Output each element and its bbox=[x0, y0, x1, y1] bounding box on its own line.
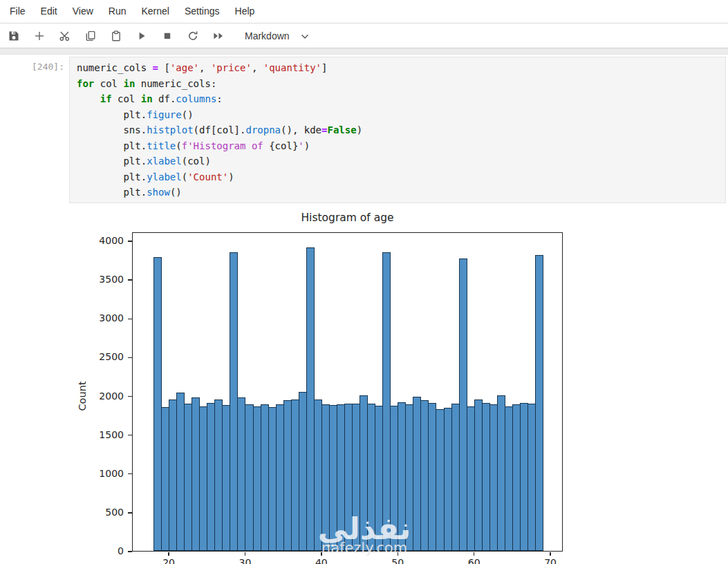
y-tick-label: 3000 bbox=[75, 312, 124, 323]
cell-type-dropdown[interactable]: Markdown bbox=[245, 30, 309, 41]
code-line: numeric_cols = ['age', 'price', 'quantit… bbox=[77, 60, 718, 76]
code-line: if col in df.columns: bbox=[77, 91, 718, 107]
y-tick-mark bbox=[128, 551, 132, 552]
code-line: plt.ylabel('Count') bbox=[77, 169, 718, 185]
floppy-save-icon bbox=[8, 30, 19, 41]
x-tick-label: 50 bbox=[386, 557, 409, 564]
y-tick-mark bbox=[128, 319, 132, 319]
y-tick-mark bbox=[128, 357, 132, 358]
y-tick-label: 500 bbox=[75, 507, 124, 518]
paste-button[interactable] bbox=[103, 26, 129, 46]
menu-run[interactable]: Run bbox=[101, 0, 134, 23]
code-line: plt.figure() bbox=[77, 107, 718, 123]
code-line: sns.histplot(df[col].dropna(), kde=False… bbox=[77, 122, 718, 138]
y-tick-label: 1000 bbox=[75, 468, 124, 479]
y-tick-mark bbox=[128, 241, 132, 241]
interrupt-kernel-button[interactable] bbox=[154, 26, 180, 46]
x-tick-mark bbox=[550, 552, 550, 556]
save-button[interactable] bbox=[1, 26, 26, 46]
toolbar-divider bbox=[0, 48, 728, 55]
run-cell-button[interactable] bbox=[129, 26, 154, 46]
menu-help[interactable]: Help bbox=[227, 0, 263, 23]
x-tick-label: 70 bbox=[539, 557, 562, 564]
execution-count: [240]: bbox=[0, 62, 64, 72]
y-tick-label: 2000 bbox=[75, 391, 124, 402]
clipboard-paste-icon bbox=[111, 30, 122, 41]
y-tick-label: 0 bbox=[75, 545, 124, 556]
play-icon bbox=[136, 30, 147, 41]
restart-arrow-icon bbox=[187, 30, 198, 41]
menu-view[interactable]: View bbox=[65, 0, 101, 23]
copy-button[interactable] bbox=[77, 26, 103, 46]
y-tick-mark bbox=[128, 473, 132, 474]
y-tick-label: 3500 bbox=[75, 274, 124, 285]
fast-forward-icon bbox=[212, 30, 225, 41]
x-tick-label: 60 bbox=[463, 557, 486, 564]
menu-settings[interactable]: Settings bbox=[177, 0, 227, 23]
plus-icon bbox=[34, 30, 45, 41]
code-line: plt.xlabel(col) bbox=[77, 153, 718, 169]
restart-kernel-button[interactable] bbox=[180, 26, 205, 46]
x-tick-mark bbox=[474, 552, 474, 556]
menu-bar: File Edit View Run Kernel Settings Help bbox=[0, 0, 728, 24]
watermark-url: nafezly.com bbox=[321, 540, 407, 556]
scissors-icon bbox=[59, 30, 71, 41]
run-all-button[interactable] bbox=[205, 26, 231, 46]
code-cell: [240]: numeric_cols = ['age', 'price', '… bbox=[0, 57, 728, 203]
histogram-bar bbox=[535, 255, 543, 551]
chevron-down-icon bbox=[301, 30, 309, 41]
y-tick-mark bbox=[128, 512, 132, 513]
copy-icon bbox=[85, 30, 96, 41]
insert-cell-button[interactable] bbox=[26, 26, 52, 46]
cut-button[interactable] bbox=[52, 26, 77, 46]
menu-edit[interactable]: Edit bbox=[33, 0, 65, 23]
y-tick-label: 4000 bbox=[75, 235, 124, 246]
menu-kernel[interactable]: Kernel bbox=[133, 0, 176, 23]
x-tick-label: 30 bbox=[233, 557, 256, 564]
menu-file[interactable]: File bbox=[2, 0, 33, 23]
y-tick-mark bbox=[128, 279, 132, 280]
y-tick-label: 2500 bbox=[75, 351, 124, 362]
notebook-toolbar: Markdown bbox=[0, 24, 728, 48]
y-tick-label: 1500 bbox=[75, 429, 124, 440]
chart-title: Histogram of age bbox=[132, 212, 563, 224]
plot-area bbox=[132, 232, 563, 552]
x-tick-label: 20 bbox=[157, 557, 180, 564]
code-line: for col in numeric_cols: bbox=[77, 76, 718, 92]
y-tick-mark bbox=[128, 396, 132, 397]
code-line: plt.show() bbox=[77, 185, 718, 200]
cell-type-value: Markdown bbox=[245, 30, 290, 41]
x-tick-mark bbox=[168, 552, 169, 556]
code-line: plt.title(f'Histogram of {col}') bbox=[77, 138, 718, 154]
y-tick-mark bbox=[128, 435, 132, 435]
stop-icon bbox=[162, 30, 173, 41]
cell-output-figure: Histogram of age Count 05001000150020002… bbox=[0, 204, 728, 564]
x-tick-label: 40 bbox=[310, 557, 333, 564]
cell-input-area[interactable]: numeric_cols = ['age', 'price', 'quantit… bbox=[69, 57, 726, 203]
x-tick-mark bbox=[245, 552, 245, 556]
code-editor[interactable]: numeric_cols = ['age', 'price', 'quantit… bbox=[77, 60, 718, 200]
